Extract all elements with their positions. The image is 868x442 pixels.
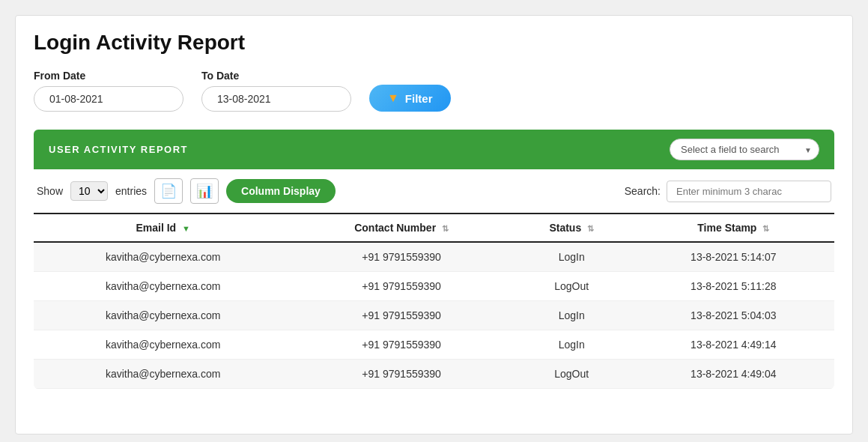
col-contact: Contact Number ⇅ [292, 214, 510, 242]
search-input[interactable] [667, 181, 831, 202]
from-date-input[interactable] [34, 86, 183, 112]
table-section: USER ACTIVITY REPORT Select a field to s… [34, 130, 834, 389]
cell-timestamp: 13-8-2021 5:14:07 [633, 242, 834, 272]
cell-email: kavitha@cybernexa.com [34, 360, 292, 389]
table-wrapper[interactable]: Email Id ▼ Contact Number ⇅ Status ⇅ T [34, 213, 834, 389]
filter-button[interactable]: ▼ Filter [369, 85, 451, 112]
table-header-row: Email Id ▼ Contact Number ⇅ Status ⇅ T [34, 214, 834, 242]
activity-table: Email Id ▼ Contact Number ⇅ Status ⇅ T [34, 213, 834, 389]
controls-right: Search: [625, 181, 831, 202]
controls-left: Show 10 entries 📄 📊 Column Display [37, 178, 336, 204]
col-timestamp: Time Stamp ⇅ [633, 214, 834, 242]
cell-status: LogIn [511, 242, 633, 272]
col-status: Status ⇅ [511, 214, 633, 242]
cell-email: kavitha@cybernexa.com [34, 272, 292, 301]
filter-row: From Date To Date ▼ Filter [34, 70, 834, 112]
cell-email: kavitha@cybernexa.com [34, 301, 292, 330]
table-row: kavitha@cybernexa.com +91 9791559390 Log… [34, 242, 834, 272]
field-search-select[interactable]: Select a field to search [670, 139, 819, 160]
sort-status-icon[interactable]: ⇅ [587, 224, 594, 233]
cell-timestamp: 13-8-2021 4:49:14 [633, 330, 834, 360]
cell-status: LogIn [511, 330, 633, 360]
xls-export-button[interactable]: 📊 [190, 178, 219, 204]
page-title: Login Activity Report [34, 31, 834, 55]
table-row: kavitha@cybernexa.com +91 9791559390 Log… [34, 301, 834, 330]
cell-email: kavitha@cybernexa.com [34, 330, 292, 360]
to-date-field: To Date [201, 70, 351, 112]
cell-timestamp: 13-8-2021 5:11:28 [633, 272, 834, 301]
table-header-bar: USER ACTIVITY REPORT Select a field to s… [34, 130, 834, 169]
cell-timestamp: 13-8-2021 4:49:04 [633, 360, 834, 389]
to-date-input[interactable] [201, 86, 351, 112]
from-date-field: From Date [34, 70, 183, 112]
cell-contact: +91 9791559390 [292, 330, 510, 360]
table-section-title: USER ACTIVITY REPORT [49, 144, 188, 155]
filter-button-label: Filter [405, 92, 433, 105]
table-row: kavitha@cybernexa.com +91 9791559390 Log… [34, 272, 834, 301]
cell-email: kavitha@cybernexa.com [34, 242, 292, 272]
table-row: kavitha@cybernexa.com +91 9791559390 Log… [34, 360, 834, 389]
field-search-wrapper: Select a field to search [670, 139, 819, 160]
pdf-icon: 📄 [160, 183, 177, 199]
cell-timestamp: 13-8-2021 5:04:03 [633, 301, 834, 330]
cell-contact: +91 9791559390 [292, 272, 510, 301]
show-label: Show [37, 185, 63, 197]
cell-contact: +91 9791559390 [292, 360, 510, 389]
filter-icon: ▼ [387, 91, 399, 105]
pdf-export-button[interactable]: 📄 [154, 178, 183, 204]
sort-timestamp-icon[interactable]: ⇅ [762, 224, 769, 233]
entries-label: entries [115, 185, 147, 197]
sort-contact-icon[interactable]: ⇅ [442, 224, 449, 233]
entries-select[interactable]: 10 [70, 181, 108, 201]
col-email: Email Id ▼ [34, 214, 292, 242]
cell-status: LogOut [511, 272, 633, 301]
cell-status: LogOut [511, 360, 633, 389]
sort-email-icon[interactable]: ▼ [182, 224, 190, 233]
to-date-label: To Date [201, 70, 351, 82]
search-label: Search: [625, 185, 661, 197]
from-date-label: From Date [34, 70, 183, 82]
column-display-button[interactable]: Column Display [226, 179, 336, 203]
xls-icon: 📊 [196, 183, 213, 199]
cell-status: LogIn [511, 301, 633, 330]
cell-contact: +91 9791559390 [292, 301, 510, 330]
cell-contact: +91 9791559390 [292, 242, 510, 272]
table-row: kavitha@cybernexa.com +91 9791559390 Log… [34, 330, 834, 360]
controls-row: Show 10 entries 📄 📊 Column Display Searc… [34, 169, 834, 213]
